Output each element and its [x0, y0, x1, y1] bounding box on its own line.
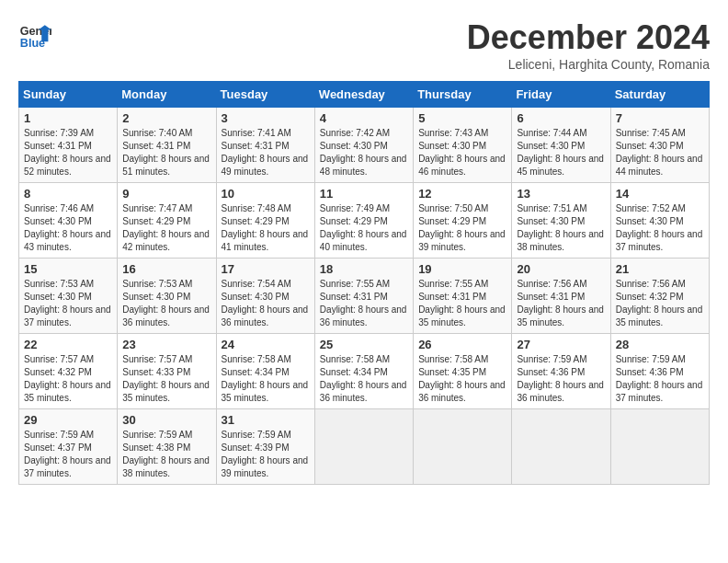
day-number: 28	[616, 338, 704, 351]
calendar-cell: 23 Sunrise: 7:57 AM Sunset: 4:33 PM Dayl…	[118, 334, 216, 409]
calendar-cell	[314, 409, 413, 485]
calendar-cell: 3 Sunrise: 7:41 AM Sunset: 4:31 PM Dayli…	[216, 108, 314, 183]
day-detail: Sunrise: 7:58 AM Sunset: 4:34 PM Dayligh…	[222, 353, 310, 405]
logo-icon: General Blue	[18, 18, 51, 52]
day-number: 3	[222, 111, 310, 125]
day-detail: Sunrise: 7:51 AM Sunset: 4:30 PM Dayligh…	[517, 202, 605, 254]
day-detail: Sunrise: 7:55 AM Sunset: 4:31 PM Dayligh…	[418, 278, 506, 329]
week-row-5: 29 Sunrise: 7:59 AM Sunset: 4:37 PM Dayl…	[19, 409, 710, 485]
day-detail: Sunrise: 7:44 AM Sunset: 4:30 PM Dayligh…	[517, 127, 605, 178]
calendar-cell: 18 Sunrise: 7:55 AM Sunset: 4:31 PM Dayl…	[314, 259, 413, 334]
day-number: 6	[517, 111, 605, 125]
calendar-cell: 15 Sunrise: 7:53 AM Sunset: 4:30 PM Dayl…	[19, 259, 118, 334]
day-detail: Sunrise: 7:48 AM Sunset: 4:29 PM Dayligh…	[222, 202, 310, 254]
calendar-cell: 19 Sunrise: 7:55 AM Sunset: 4:31 PM Dayl…	[414, 259, 512, 334]
title-block: December 2024 Leliceni, Harghita County,…	[467, 18, 710, 72]
day-number: 23	[122, 338, 210, 351]
calendar-cell: 13 Sunrise: 7:51 AM Sunset: 4:30 PM Dayl…	[512, 183, 610, 259]
calendar-title: December 2024	[467, 18, 710, 57]
day-number: 14	[616, 187, 704, 201]
calendar-cell: 21 Sunrise: 7:56 AM Sunset: 4:32 PM Dayl…	[610, 259, 709, 334]
day-number: 24	[222, 338, 310, 351]
day-number: 13	[517, 187, 605, 201]
day-number: 26	[418, 338, 506, 351]
calendar-cell: 17 Sunrise: 7:54 AM Sunset: 4:30 PM Dayl…	[216, 259, 314, 334]
calendar-cell: 24 Sunrise: 7:58 AM Sunset: 4:34 PM Dayl…	[216, 334, 314, 409]
day-detail: Sunrise: 7:52 AM Sunset: 4:30 PM Dayligh…	[616, 202, 704, 254]
calendar-cell: 2 Sunrise: 7:40 AM Sunset: 4:31 PM Dayli…	[118, 108, 216, 183]
day-number: 1	[24, 111, 112, 125]
calendar-cell: 8 Sunrise: 7:46 AM Sunset: 4:30 PM Dayli…	[19, 183, 118, 259]
calendar-cell	[610, 409, 709, 485]
calendar-cell: 14 Sunrise: 7:52 AM Sunset: 4:30 PM Dayl…	[610, 183, 709, 259]
day-detail: Sunrise: 7:56 AM Sunset: 4:32 PM Dayligh…	[616, 278, 704, 329]
column-header-thursday: Thursday	[414, 82, 512, 108]
day-number: 8	[24, 187, 112, 201]
day-detail: Sunrise: 7:57 AM Sunset: 4:32 PM Dayligh…	[24, 353, 112, 405]
day-number: 19	[418, 262, 506, 276]
calendar-cell: 10 Sunrise: 7:48 AM Sunset: 4:29 PM Dayl…	[216, 183, 314, 259]
week-row-2: 8 Sunrise: 7:46 AM Sunset: 4:30 PM Dayli…	[19, 183, 710, 259]
calendar-cell: 31 Sunrise: 7:59 AM Sunset: 4:39 PM Dayl…	[216, 409, 314, 485]
day-number: 29	[24, 413, 112, 427]
day-detail: Sunrise: 7:49 AM Sunset: 4:29 PM Dayligh…	[320, 202, 408, 254]
day-number: 2	[122, 111, 210, 125]
calendar-table: SundayMondayTuesdayWednesdayThursdayFrid…	[18, 81, 710, 485]
calendar-cell: 26 Sunrise: 7:58 AM Sunset: 4:35 PM Dayl…	[414, 334, 512, 409]
calendar-cell	[512, 409, 610, 485]
calendar-cell: 28 Sunrise: 7:59 AM Sunset: 4:36 PM Dayl…	[610, 334, 709, 409]
day-detail: Sunrise: 7:50 AM Sunset: 4:29 PM Dayligh…	[418, 202, 506, 254]
calendar-cell: 9 Sunrise: 7:47 AM Sunset: 4:29 PM Dayli…	[118, 183, 216, 259]
day-number: 30	[122, 413, 210, 427]
day-detail: Sunrise: 7:54 AM Sunset: 4:30 PM Dayligh…	[222, 278, 310, 329]
day-number: 20	[517, 262, 605, 276]
calendar-cell: 20 Sunrise: 7:56 AM Sunset: 4:31 PM Dayl…	[512, 259, 610, 334]
calendar-cell: 7 Sunrise: 7:45 AM Sunset: 4:30 PM Dayli…	[610, 108, 709, 183]
calendar-body: 1 Sunrise: 7:39 AM Sunset: 4:31 PM Dayli…	[19, 108, 710, 485]
week-row-4: 22 Sunrise: 7:57 AM Sunset: 4:32 PM Dayl…	[19, 334, 710, 409]
logo: General Blue	[18, 18, 51, 52]
day-detail: Sunrise: 7:46 AM Sunset: 4:30 PM Dayligh…	[24, 202, 112, 254]
day-detail: Sunrise: 7:39 AM Sunset: 4:31 PM Dayligh…	[24, 127, 112, 178]
day-detail: Sunrise: 7:41 AM Sunset: 4:31 PM Dayligh…	[222, 127, 310, 178]
day-detail: Sunrise: 7:59 AM Sunset: 4:36 PM Dayligh…	[517, 353, 605, 405]
day-number: 7	[616, 111, 704, 125]
week-row-3: 15 Sunrise: 7:53 AM Sunset: 4:30 PM Dayl…	[19, 259, 710, 334]
day-number: 16	[122, 262, 210, 276]
day-number: 9	[122, 187, 210, 201]
calendar-cell: 6 Sunrise: 7:44 AM Sunset: 4:30 PM Dayli…	[512, 108, 610, 183]
calendar-cell	[414, 409, 512, 485]
calendar-cell: 29 Sunrise: 7:59 AM Sunset: 4:37 PM Dayl…	[19, 409, 118, 485]
day-number: 21	[616, 262, 704, 276]
day-detail: Sunrise: 7:53 AM Sunset: 4:30 PM Dayligh…	[122, 278, 210, 329]
calendar-cell: 12 Sunrise: 7:50 AM Sunset: 4:29 PM Dayl…	[414, 183, 512, 259]
day-number: 10	[222, 187, 310, 201]
column-header-wednesday: Wednesday	[314, 82, 413, 108]
calendar-cell: 11 Sunrise: 7:49 AM Sunset: 4:29 PM Dayl…	[314, 183, 413, 259]
day-number: 18	[320, 262, 408, 276]
day-number: 11	[320, 187, 408, 201]
column-header-friday: Friday	[512, 82, 610, 108]
day-detail: Sunrise: 7:40 AM Sunset: 4:31 PM Dayligh…	[122, 127, 210, 178]
day-detail: Sunrise: 7:58 AM Sunset: 4:34 PM Dayligh…	[320, 353, 408, 405]
day-number: 31	[222, 413, 310, 427]
day-detail: Sunrise: 7:55 AM Sunset: 4:31 PM Dayligh…	[320, 278, 408, 329]
day-detail: Sunrise: 7:59 AM Sunset: 4:39 PM Dayligh…	[222, 429, 310, 480]
column-header-sunday: Sunday	[19, 82, 118, 108]
day-detail: Sunrise: 7:58 AM Sunset: 4:35 PM Dayligh…	[418, 353, 506, 405]
calendar-cell: 16 Sunrise: 7:53 AM Sunset: 4:30 PM Dayl…	[118, 259, 216, 334]
day-detail: Sunrise: 7:53 AM Sunset: 4:30 PM Dayligh…	[24, 278, 112, 329]
day-detail: Sunrise: 7:59 AM Sunset: 4:38 PM Dayligh…	[122, 429, 210, 480]
day-number: 22	[24, 338, 112, 351]
calendar-cell: 22 Sunrise: 7:57 AM Sunset: 4:32 PM Dayl…	[19, 334, 118, 409]
calendar-cell: 1 Sunrise: 7:39 AM Sunset: 4:31 PM Dayli…	[19, 108, 118, 183]
day-number: 17	[222, 262, 310, 276]
day-detail: Sunrise: 7:47 AM Sunset: 4:29 PM Dayligh…	[122, 202, 210, 254]
calendar-cell: 25 Sunrise: 7:58 AM Sunset: 4:34 PM Dayl…	[314, 334, 413, 409]
day-detail: Sunrise: 7:56 AM Sunset: 4:31 PM Dayligh…	[517, 278, 605, 329]
day-number: 25	[320, 338, 408, 351]
day-number: 27	[517, 338, 605, 351]
day-number: 4	[320, 111, 408, 125]
day-number: 15	[24, 262, 112, 276]
calendar-header-row: SundayMondayTuesdayWednesdayThursdayFrid…	[19, 82, 710, 108]
